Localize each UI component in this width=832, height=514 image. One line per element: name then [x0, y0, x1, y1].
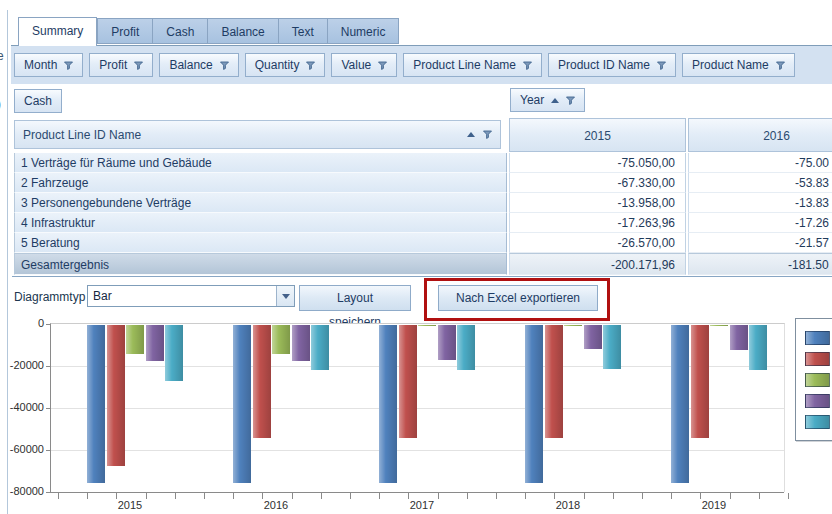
- total-row-label[interactable]: Gesamtergebnis: [14, 253, 507, 275]
- legend-swatch: [805, 331, 830, 345]
- chart-plot-area: [50, 323, 785, 492]
- legend-swatch: [805, 394, 830, 408]
- filter-icon: [523, 61, 532, 70]
- bar-2018-series-3: [564, 325, 582, 326]
- filter-field-label: Product Line Name: [413, 58, 516, 72]
- x-axis-category-label: 2016: [203, 499, 349, 511]
- legend-item-4: 4 Infrastruktur: [805, 390, 832, 411]
- bar-chart: 1 Verträge für Räume und Gebäude2 Fahrze…: [0, 315, 832, 514]
- filter-icon: [134, 61, 143, 70]
- filter-field-label: Value: [341, 58, 371, 72]
- filter-field-label: Product ID Name: [558, 58, 650, 72]
- filter-field-label: Quantity: [255, 58, 300, 72]
- bar-2015-series-1: [87, 325, 105, 483]
- chart-type-label: Diagrammtyp: [14, 285, 85, 309]
- filter-field-product-line-name[interactable]: Product Line Name: [403, 53, 542, 77]
- y-axis-tick: [46, 366, 51, 367]
- clipped-text-fragment: e: [0, 49, 4, 63]
- export-to-excel-button[interactable]: Nach Excel exportieren: [438, 285, 598, 311]
- dropdown-button[interactable]: [276, 286, 294, 306]
- data-area-field-label: Cash: [24, 94, 52, 108]
- y-axis-tick-label: -40000: [0, 401, 44, 413]
- filter-field-panel: MonthProfitBalanceQuantityValueProduct L…: [11, 45, 832, 84]
- column-field-year[interactable]: Year: [510, 88, 585, 112]
- bar-2016-series-2: [253, 325, 271, 438]
- filter-field-profit[interactable]: Profit: [89, 53, 153, 77]
- chevron-down-icon: [282, 294, 290, 299]
- filter-field-product-id-name[interactable]: Product ID Name: [548, 53, 676, 77]
- tab-profit[interactable]: Profit: [97, 18, 152, 44]
- bar-2018-series-4: [584, 325, 602, 349]
- legend-swatch: [805, 415, 830, 429]
- bar-2018-series-5: [603, 325, 621, 369]
- cell-2016: -75.00: [688, 153, 832, 173]
- row-header-label: Product Line ID Name: [23, 128, 141, 142]
- filter-icon: [776, 61, 785, 70]
- cell-2015: -75.050,00: [509, 153, 686, 173]
- filter-icon: [306, 61, 315, 70]
- table-row-label[interactable]: 5 Beratung: [14, 233, 507, 253]
- filter-field-label: Month: [24, 58, 57, 72]
- pivot-grid-window: e ) SummaryProfitCashBalanceTextNumeric …: [0, 0, 832, 514]
- tab-balance[interactable]: Balance: [207, 18, 277, 44]
- tab-text[interactable]: Text: [278, 18, 327, 44]
- bar-2017-series-1: [379, 325, 397, 483]
- legend-item-5: 5 Beratung: [805, 411, 832, 432]
- tab-bar: SummaryProfitCashBalanceTextNumeric: [18, 18, 399, 46]
- data-area-field-cash[interactable]: Cash: [14, 89, 62, 113]
- table-row-label[interactable]: 3 Personengebundene Verträge: [14, 193, 507, 213]
- legend-item-2: 2 Fahrzeuge: [805, 348, 832, 369]
- cell-2016: -181.50: [688, 253, 832, 275]
- cell-2015: -67.330,00: [509, 173, 686, 193]
- legend-swatch: [805, 373, 830, 387]
- filter-icon: [64, 61, 73, 70]
- y-axis-tick-label: -80000: [0, 485, 44, 497]
- bar-2016-series-3: [272, 325, 290, 354]
- legend-item-1: 1 Verträge für Räume und Gebäude: [805, 327, 832, 348]
- tab-summary[interactable]: Summary: [18, 17, 97, 46]
- cell-2016: -53.83: [688, 173, 832, 193]
- bar-2015-series-5: [165, 325, 183, 381]
- bar-2018-series-1: [525, 325, 543, 483]
- filter-icon: [483, 130, 492, 139]
- filter-field-balance[interactable]: Balance: [159, 53, 238, 77]
- filter-field-value[interactable]: Value: [331, 53, 397, 77]
- tab-cash[interactable]: Cash: [152, 18, 207, 44]
- filter-icon: [378, 61, 387, 70]
- filter-field-chips: MonthProfitBalanceQuantityValueProduct L…: [11, 46, 832, 77]
- table-row-label[interactable]: 4 Infrastruktur: [14, 213, 507, 233]
- bar-2016-series-4: [292, 325, 310, 361]
- filter-field-quantity[interactable]: Quantity: [245, 53, 326, 77]
- filter-field-product-name[interactable]: Product Name: [682, 53, 795, 77]
- column-header-2015[interactable]: 2015: [509, 118, 686, 152]
- filter-icon: [220, 61, 229, 70]
- x-axis-category-label: 2018: [495, 499, 641, 511]
- bar-2017-series-4: [438, 325, 456, 360]
- bar-2015-series-3: [126, 325, 144, 354]
- filter-field-label: Balance: [169, 58, 212, 72]
- x-axis-category-label: 2017: [349, 499, 495, 511]
- bar-2019-series-3: [710, 325, 728, 326]
- filter-icon: [566, 96, 575, 105]
- column-header-2016[interactable]: 2016: [688, 118, 832, 152]
- bar-2017-series-5: [457, 325, 475, 370]
- y-axis-tick: [46, 324, 51, 325]
- x-axis-category-label: 2019: [641, 499, 787, 511]
- table-row-label[interactable]: 1 Verträge für Räume und Gebäude: [14, 153, 507, 173]
- bar-2018-series-2: [545, 325, 563, 438]
- chart-type-value: Bar: [88, 289, 276, 303]
- y-axis-tick: [46, 450, 51, 451]
- chart-type-select[interactable]: Bar: [87, 285, 295, 307]
- y-axis-tick-label: -20000: [0, 359, 44, 371]
- table-row-label[interactable]: 2 Fahrzeuge: [14, 173, 507, 193]
- filter-field-month[interactable]: Month: [14, 53, 83, 77]
- row-area-field-header[interactable]: Product Line ID Name: [14, 120, 501, 149]
- cell-2015: -200.171,96: [509, 253, 686, 275]
- save-layout-button[interactable]: Layout speichern: [299, 285, 411, 311]
- x-axis-tick: [788, 493, 789, 499]
- bar-2019-series-2: [691, 325, 709, 438]
- y-axis-tick: [46, 408, 51, 409]
- tab-numeric[interactable]: Numeric: [327, 18, 400, 44]
- bar-2016-series-5: [311, 325, 329, 370]
- bar-2017-series-3: [418, 325, 436, 326]
